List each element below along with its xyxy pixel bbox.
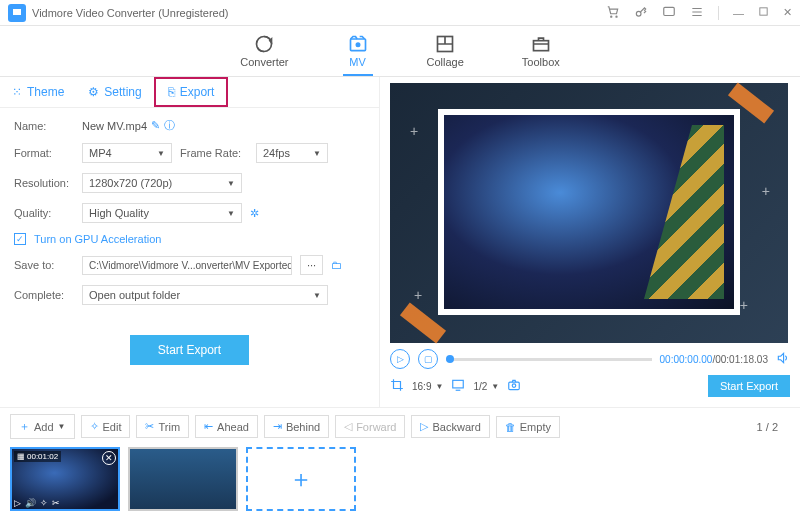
forward-button[interactable]: ◁Forward bbox=[335, 415, 405, 438]
btn-label: Backward bbox=[432, 421, 480, 433]
ahead-icon: ⇤ bbox=[204, 420, 213, 433]
zoom-select[interactable]: 1/2▼ bbox=[473, 381, 499, 392]
thumbnails: ▦00:01:02 ✕ ▷ 🔊 ✧ ✂ ＋ bbox=[0, 443, 800, 511]
plus-icon: ＋ bbox=[19, 419, 30, 434]
plus-mark: + bbox=[410, 123, 418, 139]
gpu-label: Turn on GPU Acceleration bbox=[34, 233, 161, 245]
resolution-select[interactable]: 1280x720 (720p)▼ bbox=[82, 173, 242, 193]
chevron-down-icon: ▼ bbox=[313, 291, 321, 300]
subtab-setting[interactable]: ⚙Setting bbox=[76, 77, 153, 107]
time-display: 00:00:00.00/00:01:18.03 bbox=[660, 354, 768, 365]
tab-toolbox[interactable]: Toolbox bbox=[518, 34, 564, 76]
saveto-label: Save to: bbox=[14, 259, 74, 271]
setting-icon: ⚙ bbox=[88, 85, 99, 99]
app-title: Vidmore Video Converter (Unregistered) bbox=[32, 7, 606, 19]
mv-icon bbox=[347, 34, 369, 54]
thumbnail-2[interactable] bbox=[128, 447, 238, 511]
screen-icon[interactable] bbox=[451, 378, 465, 394]
btn-label: Edit bbox=[103, 421, 122, 433]
add-button[interactable]: ＋Add▼ bbox=[10, 414, 75, 439]
snapshot-icon[interactable] bbox=[507, 378, 521, 394]
preview-area[interactable]: + + + + bbox=[390, 83, 788, 343]
feedback-icon[interactable] bbox=[662, 5, 676, 21]
thumbnail-1[interactable]: ▦00:01:02 ✕ ▷ 🔊 ✧ ✂ bbox=[10, 447, 120, 511]
scissors-icon[interactable]: ✂ bbox=[52, 498, 60, 508]
volume-icon[interactable] bbox=[776, 351, 790, 367]
minimize-icon[interactable]: — bbox=[733, 7, 744, 19]
toolbox-icon bbox=[530, 34, 552, 54]
ahead-button[interactable]: ⇤Ahead bbox=[195, 415, 258, 438]
volume-icon[interactable]: 🔊 bbox=[25, 498, 36, 508]
complete-select[interactable]: Open output folder▼ bbox=[82, 285, 328, 305]
browse-button[interactable]: ··· bbox=[300, 255, 323, 275]
tab-converter[interactable]: Converter bbox=[236, 34, 292, 76]
crop-icon[interactable] bbox=[390, 378, 404, 394]
backward-button[interactable]: ▷Backward bbox=[411, 415, 489, 438]
subtab-export[interactable]: ⎘Export bbox=[154, 77, 229, 107]
complete-value: Open output folder bbox=[89, 289, 180, 301]
cart-icon[interactable] bbox=[606, 5, 620, 21]
tab-label: MV bbox=[349, 56, 366, 68]
progress-bar[interactable] bbox=[446, 358, 652, 361]
plus-mark: + bbox=[762, 183, 770, 199]
saveto-field[interactable]: C:\Vidmore\Vidmore V...onverter\MV Expor… bbox=[82, 256, 292, 275]
trim-button[interactable]: ✂Trim bbox=[136, 415, 189, 438]
format-label: Format: bbox=[14, 147, 74, 159]
behind-button[interactable]: ⇥Behind bbox=[264, 415, 329, 438]
btn-label: Add bbox=[34, 421, 54, 433]
star-icon[interactable]: ✧ bbox=[40, 498, 48, 508]
chevron-down-icon: ▼ bbox=[227, 179, 235, 188]
name-label: Name: bbox=[14, 120, 74, 132]
main-tabs: Converter MV Collage Toolbox bbox=[0, 26, 800, 77]
quality-value: High Quality bbox=[89, 207, 149, 219]
svg-point-2 bbox=[636, 11, 641, 16]
stop-button[interactable]: ▢ bbox=[418, 349, 438, 369]
play-icon[interactable]: ▷ bbox=[14, 498, 21, 508]
info-icon[interactable]: ⓘ bbox=[164, 118, 175, 133]
start-export-button-2[interactable]: Start Export bbox=[708, 375, 790, 397]
zoom-value: 1/2 bbox=[473, 381, 487, 392]
start-export-button[interactable]: Start Export bbox=[130, 335, 249, 365]
close-icon[interactable]: ✕ bbox=[783, 6, 792, 19]
tab-collage[interactable]: Collage bbox=[423, 34, 468, 76]
right-panel: + + + + ▷ ▢ 00:00:00.00/00:01:18.03 16:9… bbox=[380, 77, 800, 407]
thumb-remove-icon[interactable]: ✕ bbox=[102, 451, 116, 465]
play-button[interactable]: ▷ bbox=[390, 349, 410, 369]
svg-point-0 bbox=[611, 16, 612, 17]
quality-settings-icon[interactable]: ✲ bbox=[250, 207, 259, 220]
quality-select[interactable]: High Quality▼ bbox=[82, 203, 242, 223]
svg-rect-3 bbox=[664, 7, 675, 15]
subtab-theme[interactable]: ⁙Theme bbox=[0, 77, 76, 107]
forward-icon: ◁ bbox=[344, 420, 352, 433]
tab-mv[interactable]: MV bbox=[343, 34, 373, 76]
empty-button[interactable]: 🗑Empty bbox=[496, 416, 560, 438]
key-icon[interactable] bbox=[634, 5, 648, 21]
subtab-label: Export bbox=[180, 85, 215, 99]
gpu-checkbox[interactable]: ✓ bbox=[14, 233, 26, 245]
plus-icon: ＋ bbox=[289, 463, 313, 495]
export-form: Name: New MV.mp4 ✎ ⓘ Format: MP4▼ Frame … bbox=[0, 108, 379, 375]
svg-point-14 bbox=[512, 384, 516, 388]
thumbnail-add[interactable]: ＋ bbox=[246, 447, 356, 511]
menu-icon[interactable] bbox=[690, 5, 704, 21]
ratio-select[interactable]: 16:9▼ bbox=[412, 381, 443, 392]
format-select[interactable]: MP4▼ bbox=[82, 143, 172, 163]
subtab-label: Setting bbox=[104, 85, 141, 99]
edit-button[interactable]: ✧Edit bbox=[81, 415, 131, 438]
svg-point-1 bbox=[616, 16, 617, 17]
page-indicator: 1 / 2 bbox=[757, 421, 790, 433]
svg-rect-10 bbox=[533, 41, 548, 51]
player-controls-2: 16:9▼ 1/2▼ Start Export bbox=[390, 375, 790, 397]
resolution-value: 1280x720 (720p) bbox=[89, 177, 172, 189]
export-icon: ⎘ bbox=[168, 85, 175, 99]
maximize-icon[interactable] bbox=[758, 6, 769, 19]
subtab-label: Theme bbox=[27, 85, 64, 99]
tab-label: Collage bbox=[427, 56, 464, 68]
edit-name-icon[interactable]: ✎ bbox=[151, 119, 160, 132]
svg-rect-12 bbox=[453, 380, 464, 388]
chevron-down-icon: ▼ bbox=[58, 422, 66, 431]
framerate-select[interactable]: 24fps▼ bbox=[256, 143, 328, 163]
current-time: 00:00:00.00 bbox=[660, 354, 713, 365]
open-folder-icon[interactable]: 🗀 bbox=[331, 259, 342, 271]
tab-label: Converter bbox=[240, 56, 288, 68]
